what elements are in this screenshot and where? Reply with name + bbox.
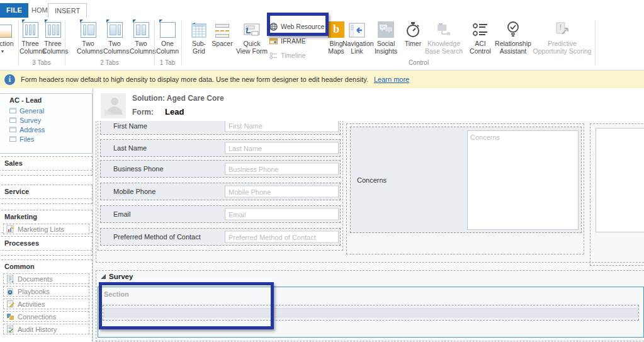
survey-empty-field-row[interactable] [103,305,639,321]
general-right-column[interactable]: Concerns [346,123,584,254]
iframe-button[interactable]: IFRAME [269,36,306,46]
one-column-button[interactable]: One Column [155,20,179,55]
section-dropdown-caret[interactable]: ▼ [1,49,5,54]
sidebar-section-sales: Sales [0,157,92,169]
quick-view-form-icon [244,20,260,38]
section-button[interactable]: Section ▼ [0,20,18,54]
group-label-control: Control [353,59,485,66]
tab-insert[interactable]: INSERT [48,3,87,18]
audit-history-icon [6,325,14,333]
two-columns-icon [107,20,123,38]
tab-section-icon [9,108,16,113]
field-row-preferred-method[interactable]: Preferred Method of Contact [100,228,341,246]
knowledge-base-search-button[interactable]: Knowledge Base Search [424,20,464,55]
sidebar-item-survey[interactable]: Survey [3,115,92,125]
survey-tab-header[interactable]: Survey [101,273,133,280]
marketing-tab-box[interactable]: Marketing Marketing Lists [0,210,93,233]
sidebar-item-playbooks[interactable]: Playbooks [3,286,89,297]
learn-more-link[interactable]: Learn more [374,76,409,83]
two-columns-button-3[interactable]: Two Columns [130,20,152,55]
general-left-column[interactable]: First Name Last Name Business Phone Mobi… [98,121,343,251]
three-columns-button-2[interactable]: Three Columns [42,20,64,55]
tab-file[interactable]: FILE [0,3,28,18]
lead-tab-title: AC - Lead [0,94,92,106]
three-columns-button-1[interactable]: Three Columns [20,20,41,55]
sidebar-item-general[interactable]: General [3,106,92,115]
one-column-icon [160,20,176,38]
relationship-assistant-icon [505,20,521,38]
field-row-last-name[interactable]: Last Name [100,139,341,157]
two-columns-button-1[interactable]: Two Columns [77,20,99,55]
svg-text:!: ! [560,24,562,31]
sidebar-item-documents[interactable]: Documents [3,273,89,284]
predictive-opportunity-scoring-icon: ! [553,20,571,38]
field-label: Business Phone [113,165,164,173]
quick-view-form-button[interactable]: Quick View Form [235,20,268,55]
survey-section[interactable]: Section [98,287,644,338]
sidebar-item-connections[interactable]: Connections [3,311,89,322]
business-phone-input[interactable] [225,163,339,175]
field-row-first-name[interactable]: First Name [100,121,341,135]
timeline-button[interactable]: Timeline [269,50,305,60]
two-columns-button-2[interactable]: Two Columns [103,20,126,55]
field-row-business-phone[interactable]: Business Phone [100,160,341,178]
sidebar-item-files[interactable]: Files [3,134,92,144]
service-tab-box[interactable]: Service [0,185,93,204]
common-tab-box[interactable]: Common Documents Playbooks Activities Co… [0,259,93,342]
general-third-column[interactable] [590,123,644,266]
group-label-3-tabs: 3 Tabs [20,59,64,66]
sidebar-item-address[interactable]: Address [3,125,92,134]
aci-control-button[interactable]: ACI Control [468,20,493,55]
sidebar-section-marketing: Marketing [0,210,92,222]
sidebar-item-audit-history[interactable]: Audit History [3,324,89,334]
collapse-triangle-icon[interactable] [101,274,106,279]
two-columns-icon [81,20,96,38]
timer-button[interactable]: Timer [403,20,423,47]
processes-tab-box[interactable]: Processes [0,236,93,256]
preferred-method-input[interactable] [225,231,339,243]
survey-empty-field[interactable] [104,308,638,317]
survey-section-label: Section [104,290,129,298]
mobile-phone-input[interactable] [225,186,339,198]
sales-tab-box[interactable]: Sales [0,156,93,176]
two-columns-icon [133,20,149,38]
field-label: Mobile Phone [113,188,155,195]
spacer-button[interactable]: Spacer [212,20,233,47]
sidebar-section-service: Service [0,185,92,197]
notification-text: Form headers now default to high density… [21,76,368,83]
field-label: Preferred Method of Contact [113,233,201,241]
sidebar-item-activities[interactable]: Activities [3,299,89,309]
field-label: Concerns [357,176,387,184]
relationship-assistant-button[interactable]: Relationship Assistant [495,20,531,55]
navigation-link-button[interactable]: Navigation Link [342,20,371,55]
concerns-textarea[interactable] [467,130,579,230]
form-designer-window: FILE HOME INSERT Section ▼ Three Columns [0,0,644,342]
first-name-input[interactable] [225,121,339,132]
predictive-opportunity-scoring-button[interactable]: ! Predictive Opportunity Scoring [531,20,594,55]
field-row-email[interactable]: Email [100,205,341,223]
survey-tab-title: Survey [109,273,133,280]
web-resource-button[interactable]: Web Resource [269,21,324,31]
third-column-subgrid[interactable] [596,128,644,232]
field-row-mobile-phone[interactable]: Mobile Phone [100,183,341,200]
sub-grid-icon [191,20,207,38]
email-input[interactable] [225,208,339,220]
timer-icon [405,20,421,38]
field-label: Email [113,210,131,218]
notification-bar: i Form headers now default to high densi… [0,71,644,88]
spacer-icon [215,20,230,38]
last-name-input[interactable] [225,142,339,154]
timeline-icon [269,52,278,60]
person-icon [101,93,126,118]
section-icon [0,20,12,38]
form-navigator-sidebar: AC - Lead General Survey Address Files S… [0,88,93,342]
connections-icon [6,312,14,321]
sub-grid-button[interactable]: Sub-Grid [188,20,210,55]
form-name: Lead [165,107,184,117]
sidebar-item-marketing-lists[interactable]: Marketing Lists [3,224,89,234]
social-insights-button[interactable]: Social Insights [373,20,399,55]
solution-title: Solution: Aged Care Core [132,94,224,103]
lead-tab-box[interactable]: AC - Lead General Survey Address Files [0,93,93,154]
navigation-link-icon [349,20,365,38]
field-row-concerns[interactable]: Concerns [350,127,582,233]
